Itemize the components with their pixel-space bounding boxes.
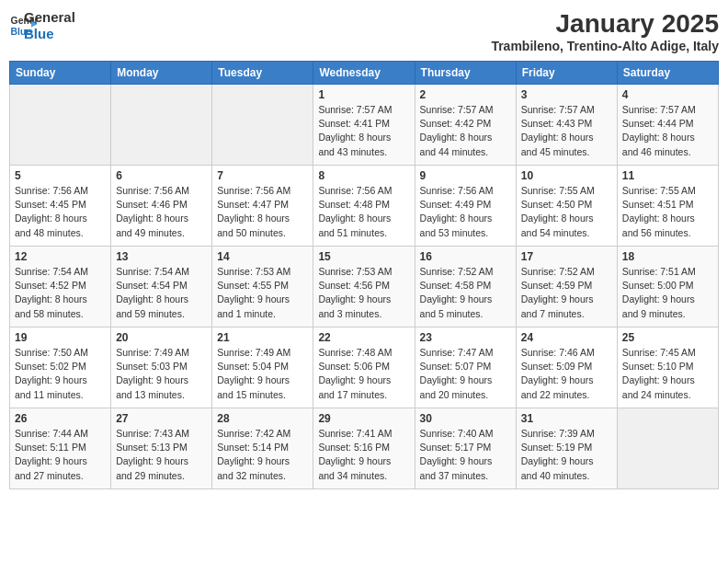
calendar-cell: 19 Sunrise: 7:50 AMSunset: 5:02 PMDaylig… bbox=[10, 327, 111, 408]
calendar-cell: 26 Sunrise: 7:44 AMSunset: 5:11 PMDaylig… bbox=[10, 408, 111, 489]
day-info: Sunrise: 7:49 AMSunset: 5:03 PMDaylight:… bbox=[116, 347, 189, 400]
day-number: 25 bbox=[622, 331, 713, 344]
weekday-header: Sunday bbox=[10, 62, 111, 85]
calendar-cell: 21 Sunrise: 7:49 AMSunset: 5:04 PMDaylig… bbox=[212, 327, 313, 408]
day-info: Sunrise: 7:56 AMSunset: 4:49 PMDaylight:… bbox=[420, 185, 494, 238]
day-number: 9 bbox=[420, 169, 511, 182]
calendar-cell: 28 Sunrise: 7:42 AMSunset: 5:14 PMDaylig… bbox=[212, 408, 313, 489]
calendar-cell bbox=[617, 408, 718, 489]
day-info: Sunrise: 7:39 AMSunset: 5:19 PMDaylight:… bbox=[521, 428, 595, 481]
calendar-cell: 16 Sunrise: 7:52 AMSunset: 4:58 PMDaylig… bbox=[415, 247, 516, 327]
calendar-week-row: 26 Sunrise: 7:44 AMSunset: 5:11 PMDaylig… bbox=[10, 408, 719, 489]
calendar-cell: 17 Sunrise: 7:52 AMSunset: 4:59 PMDaylig… bbox=[516, 247, 617, 327]
calendar-cell: 9 Sunrise: 7:56 AMSunset: 4:49 PMDayligh… bbox=[415, 166, 516, 247]
day-number: 11 bbox=[622, 169, 713, 182]
day-number: 10 bbox=[521, 169, 612, 182]
calendar-cell: 15 Sunrise: 7:53 AMSunset: 4:56 PMDaylig… bbox=[313, 247, 415, 327]
calendar-cell: 10 Sunrise: 7:55 AMSunset: 4:50 PMDaylig… bbox=[516, 166, 617, 247]
day-info: Sunrise: 7:53 AMSunset: 4:56 PMDaylight:… bbox=[318, 266, 392, 319]
day-info: Sunrise: 7:48 AMSunset: 5:06 PMDaylight:… bbox=[318, 347, 392, 400]
logo: General Blue General Blue bbox=[9, 9, 75, 42]
day-info: Sunrise: 7:55 AMSunset: 4:50 PMDaylight:… bbox=[521, 185, 595, 238]
weekday-header: Monday bbox=[111, 62, 212, 85]
location: Trambileno, Trentino-Alto Adige, Italy bbox=[491, 39, 719, 53]
day-number: 17 bbox=[521, 250, 612, 263]
calendar-cell: 7 Sunrise: 7:56 AMSunset: 4:47 PMDayligh… bbox=[212, 166, 313, 247]
day-info: Sunrise: 7:57 AMSunset: 4:44 PMDaylight:… bbox=[622, 104, 696, 157]
day-number: 15 bbox=[318, 250, 409, 263]
day-info: Sunrise: 7:57 AMSunset: 4:41 PMDaylight:… bbox=[318, 104, 392, 157]
day-number: 19 bbox=[15, 331, 106, 344]
calendar-cell: 25 Sunrise: 7:45 AMSunset: 5:10 PMDaylig… bbox=[617, 327, 718, 408]
title-block: January 2025 Trambileno, Trentino-Alto A… bbox=[491, 9, 719, 53]
day-number: 30 bbox=[420, 412, 511, 425]
day-info: Sunrise: 7:40 AMSunset: 5:17 PMDaylight:… bbox=[420, 428, 494, 481]
day-number: 27 bbox=[116, 412, 207, 425]
day-info: Sunrise: 7:43 AMSunset: 5:13 PMDaylight:… bbox=[116, 428, 189, 481]
day-info: Sunrise: 7:52 AMSunset: 4:59 PMDaylight:… bbox=[521, 266, 595, 319]
calendar-week-row: 12 Sunrise: 7:54 AMSunset: 4:52 PMDaylig… bbox=[10, 247, 719, 327]
day-number: 7 bbox=[217, 169, 308, 182]
calendar-cell: 6 Sunrise: 7:56 AMSunset: 4:46 PMDayligh… bbox=[111, 166, 212, 247]
calendar-cell: 23 Sunrise: 7:47 AMSunset: 5:07 PMDaylig… bbox=[415, 327, 516, 408]
calendar-cell: 18 Sunrise: 7:51 AMSunset: 5:00 PMDaylig… bbox=[617, 247, 718, 327]
day-info: Sunrise: 7:51 AMSunset: 5:00 PMDaylight:… bbox=[622, 266, 696, 319]
day-number: 18 bbox=[622, 250, 713, 263]
day-number: 2 bbox=[420, 88, 511, 101]
day-number: 12 bbox=[15, 250, 106, 263]
day-info: Sunrise: 7:49 AMSunset: 5:04 PMDaylight:… bbox=[217, 347, 290, 400]
calendar-cell: 13 Sunrise: 7:54 AMSunset: 4:54 PMDaylig… bbox=[111, 247, 212, 327]
weekday-header: Friday bbox=[516, 62, 617, 85]
day-info: Sunrise: 7:53 AMSunset: 4:55 PMDaylight:… bbox=[217, 266, 290, 319]
logo-general: General bbox=[24, 9, 75, 26]
day-number: 14 bbox=[217, 250, 308, 263]
calendar-cell: 3 Sunrise: 7:57 AMSunset: 4:43 PMDayligh… bbox=[516, 85, 617, 166]
day-info: Sunrise: 7:54 AMSunset: 4:54 PMDaylight:… bbox=[116, 266, 189, 319]
weekday-header: Wednesday bbox=[313, 62, 415, 85]
day-info: Sunrise: 7:41 AMSunset: 5:16 PMDaylight:… bbox=[318, 428, 392, 481]
day-number: 24 bbox=[521, 331, 612, 344]
day-info: Sunrise: 7:57 AMSunset: 4:43 PMDaylight:… bbox=[521, 104, 595, 157]
day-info: Sunrise: 7:57 AMSunset: 4:42 PMDaylight:… bbox=[420, 104, 494, 157]
day-info: Sunrise: 7:56 AMSunset: 4:48 PMDaylight:… bbox=[318, 185, 392, 238]
logo-blue: Blue bbox=[24, 26, 75, 42]
calendar-cell: 27 Sunrise: 7:43 AMSunset: 5:13 PMDaylig… bbox=[111, 408, 212, 489]
day-number: 23 bbox=[420, 331, 511, 344]
calendar-week-row: 19 Sunrise: 7:50 AMSunset: 5:02 PMDaylig… bbox=[10, 327, 719, 408]
calendar-cell bbox=[111, 85, 212, 166]
day-number: 6 bbox=[116, 169, 207, 182]
calendar-week-row: 5 Sunrise: 7:56 AMSunset: 4:45 PMDayligh… bbox=[10, 166, 719, 247]
calendar-cell: 2 Sunrise: 7:57 AMSunset: 4:42 PMDayligh… bbox=[415, 85, 516, 166]
calendar-cell: 22 Sunrise: 7:48 AMSunset: 5:06 PMDaylig… bbox=[313, 327, 415, 408]
calendar-week-row: 1 Sunrise: 7:57 AMSunset: 4:41 PMDayligh… bbox=[10, 85, 719, 166]
day-number: 1 bbox=[318, 88, 409, 101]
calendar-cell: 24 Sunrise: 7:46 AMSunset: 5:09 PMDaylig… bbox=[516, 327, 617, 408]
calendar-cell: 14 Sunrise: 7:53 AMSunset: 4:55 PMDaylig… bbox=[212, 247, 313, 327]
day-number: 5 bbox=[15, 169, 106, 182]
day-number: 31 bbox=[521, 412, 612, 425]
day-info: Sunrise: 7:56 AMSunset: 4:45 PMDaylight:… bbox=[15, 185, 88, 238]
calendar-cell: 20 Sunrise: 7:49 AMSunset: 5:03 PMDaylig… bbox=[111, 327, 212, 408]
day-number: 20 bbox=[116, 331, 207, 344]
day-number: 26 bbox=[15, 412, 106, 425]
calendar-cell: 29 Sunrise: 7:41 AMSunset: 5:16 PMDaylig… bbox=[313, 408, 415, 489]
page-header: General Blue General Blue January 2025 T… bbox=[9, 9, 719, 53]
calendar: SundayMondayTuesdayWednesdayThursdayFrid… bbox=[9, 61, 719, 489]
day-number: 4 bbox=[622, 88, 713, 101]
month-title: January 2025 bbox=[491, 9, 719, 39]
day-info: Sunrise: 7:42 AMSunset: 5:14 PMDaylight:… bbox=[217, 428, 290, 481]
weekday-header: Saturday bbox=[617, 62, 718, 85]
calendar-cell: 31 Sunrise: 7:39 AMSunset: 5:19 PMDaylig… bbox=[516, 408, 617, 489]
weekday-header: Thursday bbox=[415, 62, 516, 85]
day-number: 22 bbox=[318, 331, 409, 344]
weekday-header-row: SundayMondayTuesdayWednesdayThursdayFrid… bbox=[10, 62, 719, 85]
day-info: Sunrise: 7:47 AMSunset: 5:07 PMDaylight:… bbox=[420, 347, 494, 400]
day-number: 21 bbox=[217, 331, 308, 344]
calendar-cell: 1 Sunrise: 7:57 AMSunset: 4:41 PMDayligh… bbox=[313, 85, 415, 166]
calendar-cell: 5 Sunrise: 7:56 AMSunset: 4:45 PMDayligh… bbox=[10, 166, 111, 247]
day-info: Sunrise: 7:44 AMSunset: 5:11 PMDaylight:… bbox=[15, 428, 88, 481]
day-number: 8 bbox=[318, 169, 409, 182]
day-number: 28 bbox=[217, 412, 308, 425]
day-number: 3 bbox=[521, 88, 612, 101]
calendar-cell: 30 Sunrise: 7:40 AMSunset: 5:17 PMDaylig… bbox=[415, 408, 516, 489]
